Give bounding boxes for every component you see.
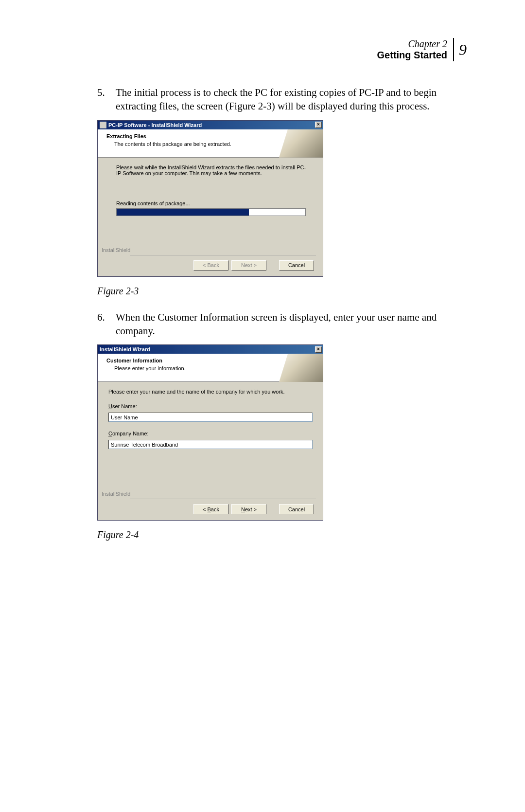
header-divider [453, 38, 454, 61]
dialog-header-panel: Customer Information Please enter your i… [98, 354, 323, 382]
cancel-button[interactable]: Cancel [279, 504, 314, 514]
chapter-label: Chapter 2 [377, 38, 447, 50]
dialog-content: Please wait while the InstallShield Wiza… [98, 158, 323, 245]
footer-rule [130, 499, 316, 499]
step-number: 6. [97, 310, 116, 338]
footer-brand: InstallShield [102, 491, 130, 497]
titlebar: InstallShield Wizard × [98, 345, 323, 354]
progress-label: Reading contents of package... [116, 200, 310, 206]
dialog-footer: InstallShield < Back Next > Cancel [98, 489, 323, 520]
back-button[interactable]: < Back [193, 504, 228, 514]
figure-caption-2-4: Figure 2-4 [97, 529, 467, 541]
install-wizard-dialog-customer-info: InstallShield Wizard × Customer Informat… [97, 344, 323, 521]
dialog-footer: InstallShield < Back Next > Cancel [98, 245, 323, 276]
back-button: < Back [193, 260, 228, 271]
company-name-field[interactable] [108, 440, 313, 449]
cancel-button[interactable]: Cancel [279, 260, 314, 271]
user-name-label: User Name: [108, 403, 314, 409]
next-button[interactable]: Next > [231, 504, 266, 514]
user-name-field[interactable] [108, 413, 313, 422]
page-number: 9 [459, 41, 467, 59]
step-text: The initial process is to check the PC f… [116, 86, 467, 113]
dialog-heading: Extracting Files [106, 133, 146, 139]
progress-fill [117, 209, 249, 216]
progress-bar [116, 208, 306, 216]
dialog-subheading: The contents of this package are being e… [114, 141, 231, 147]
page-header: Chapter 2 Getting Started 9 [97, 38, 467, 61]
dialog-subheading: Please enter your information. [114, 365, 186, 371]
figure-caption-2-3: Figure 2-3 [97, 286, 467, 297]
install-wizard-dialog-extracting: PC-IP Software - InstallShield Wizard × … [97, 120, 323, 277]
header-graphic [279, 129, 323, 158]
close-icon[interactable]: × [315, 346, 322, 353]
section-label: Getting Started [377, 50, 447, 61]
footer-rule [130, 255, 316, 255]
step-text: When the Customer Information screen is … [116, 310, 467, 338]
close-icon[interactable]: × [315, 122, 322, 128]
instruction-text: Please enter your name and the name of t… [108, 389, 314, 395]
window-title: InstallShield Wizard [100, 346, 150, 352]
step-6: 6. When the Customer Information screen … [97, 310, 467, 338]
window-title: PC-IP Software - InstallShield Wizard [108, 122, 202, 128]
company-name-label: Company Name: [108, 431, 314, 436]
dialog-header-panel: Extracting Files The contents of this pa… [98, 129, 323, 158]
footer-brand: InstallShield [102, 247, 130, 253]
instruction-text: Please wait while the InstallShield Wiza… [116, 164, 310, 176]
dialog-heading: Customer Information [106, 358, 162, 363]
window-icon [100, 122, 106, 128]
next-button: Next > [231, 260, 266, 271]
step-number: 5. [97, 86, 116, 113]
header-graphic [279, 354, 323, 382]
step-5: 5. The initial process is to check the P… [97, 86, 467, 113]
dialog-content: Please enter your name and the name of t… [98, 382, 323, 489]
titlebar: PC-IP Software - InstallShield Wizard × [98, 121, 323, 129]
